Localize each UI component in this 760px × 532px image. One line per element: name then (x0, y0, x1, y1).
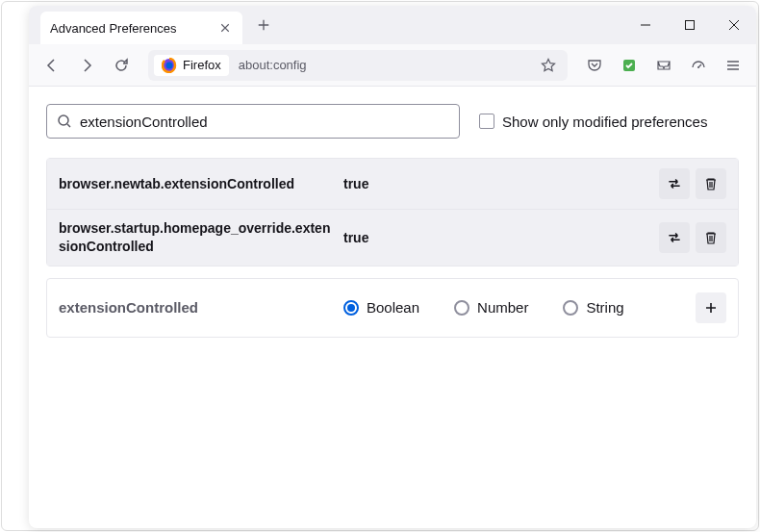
pref-row: browser.newtab.extensionControlled true (47, 159, 738, 210)
pref-name: browser.startup.homepage_override.extens… (59, 219, 338, 256)
toggle-button[interactable] (659, 168, 690, 199)
pref-value: true (338, 230, 659, 245)
radio-icon (454, 300, 469, 316)
titlebar: Advanced Preferences (29, 6, 756, 44)
pref-value: true (338, 176, 659, 191)
add-pref-name: extensionControlled (59, 299, 338, 316)
svg-point-5 (59, 115, 68, 125)
type-radio-number[interactable]: Number (454, 299, 528, 316)
close-icon[interactable] (217, 20, 233, 36)
tab[interactable]: Advanced Preferences (40, 12, 242, 44)
radio-icon (563, 300, 578, 316)
navbar: Firefox about:config (29, 44, 756, 87)
firefox-logo-icon (162, 58, 177, 73)
extension-icon[interactable] (614, 50, 645, 81)
maximize-button[interactable] (668, 6, 712, 44)
url-bar[interactable]: Firefox about:config (148, 50, 568, 81)
delete-button[interactable] (696, 168, 726, 199)
inbox-icon[interactable] (648, 50, 679, 81)
search-input[interactable] (80, 114, 449, 130)
reload-button[interactable] (106, 50, 137, 81)
prefs-table: browser.newtab.extensionControlled true … (46, 158, 739, 266)
svg-point-4 (697, 66, 699, 68)
search-box[interactable] (46, 104, 460, 139)
add-pref-row: extensionControlled Boolean Number Strin… (47, 279, 738, 337)
checkbox-icon (479, 114, 494, 129)
tab-title: Advanced Preferences (50, 21, 217, 36)
svg-point-2 (166, 62, 173, 68)
pref-name: browser.newtab.extensionControlled (59, 175, 338, 193)
pref-row: browser.startup.homepage_override.extens… (47, 210, 738, 266)
url-text: about:config (229, 58, 535, 72)
add-button[interactable] (696, 292, 726, 323)
toggle-button[interactable] (659, 222, 690, 253)
dashboard-icon[interactable] (683, 50, 714, 81)
show-modified-label: Show only modified preferences (502, 114, 707, 130)
identity-box[interactable]: Firefox (154, 55, 229, 76)
type-radio-string[interactable]: String (563, 299, 623, 316)
forward-button[interactable] (71, 50, 102, 81)
delete-button[interactable] (696, 222, 726, 253)
menu-button[interactable] (718, 50, 748, 81)
pocket-icon[interactable] (579, 50, 610, 81)
radio-icon (343, 300, 359, 316)
new-tab-button[interactable] (250, 12, 277, 38)
close-button[interactable] (712, 6, 756, 44)
search-icon (57, 114, 72, 129)
show-modified-checkbox[interactable]: Show only modified preferences (479, 114, 707, 130)
minimize-button[interactable] (623, 6, 668, 44)
back-button[interactable] (37, 50, 67, 81)
bookmark-star-icon[interactable] (535, 52, 562, 79)
type-radio-boolean[interactable]: Boolean (343, 299, 419, 316)
identity-label: Firefox (183, 58, 221, 72)
about-config-content: Show only modified preferences browser.n… (29, 87, 756, 355)
svg-rect-0 (686, 21, 695, 30)
